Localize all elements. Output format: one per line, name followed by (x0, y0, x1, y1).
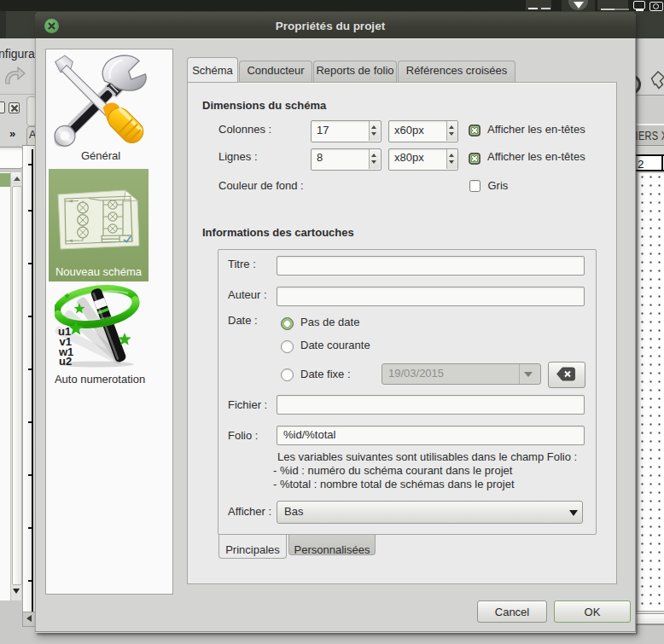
svg-text:u2: u2 (59, 355, 72, 368)
